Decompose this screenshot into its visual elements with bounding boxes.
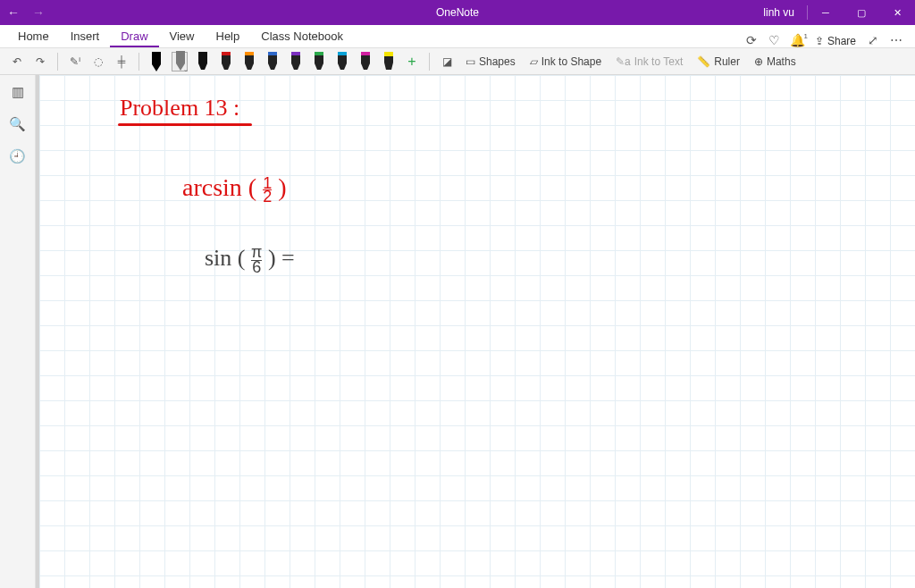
svg-rect-2: [222, 52, 231, 55]
marker-purple[interactable]: [288, 52, 304, 71]
marker-green[interactable]: [311, 52, 327, 71]
recent-icon[interactable]: 🕘: [9, 148, 26, 164]
tab-help[interactable]: Help: [206, 26, 251, 47]
shapes-button[interactable]: ▭ Shapes: [462, 55, 519, 68]
insert-space-icon[interactable]: ╪: [113, 54, 130, 70]
svg-rect-5: [291, 52, 300, 55]
marker-orange[interactable]: [241, 52, 257, 71]
svg-rect-6: [315, 52, 323, 55]
ink-to-text-button: ✎a Ink to Text: [612, 55, 686, 68]
maths-icon: ⊕: [754, 55, 763, 68]
menu-bar: Home Insert Draw View Help Class Noteboo…: [0, 25, 915, 48]
marker-cyan[interactable]: [334, 52, 350, 71]
svg-rect-9: [384, 52, 393, 56]
back-arrow-icon[interactable]: ←: [7, 5, 20, 20]
svg-rect-4: [268, 52, 277, 55]
pen-gray-active[interactable]: ⌄: [172, 52, 188, 71]
tab-view[interactable]: View: [159, 26, 206, 47]
lasso-select-icon[interactable]: ◌: [90, 54, 106, 70]
more-icon[interactable]: ⋯: [885, 33, 908, 47]
tab-insert[interactable]: Insert: [60, 26, 111, 47]
tab-draw[interactable]: Draw: [110, 26, 158, 47]
handwriting-heading: Problem 13 :: [120, 95, 239, 122]
handwriting-line1: arcsin ( 12 ): [182, 173, 287, 203]
svg-rect-7: [338, 52, 347, 55]
ink-to-text-icon: ✎a: [616, 55, 631, 68]
fullscreen-icon[interactable]: ⤢: [861, 33, 885, 47]
search-icon[interactable]: 🔍: [9, 116, 26, 132]
title-bar: ← → OneNote linh vu ─ ▢ ✕: [0, 0, 915, 25]
user-name[interactable]: linh vu: [751, 5, 808, 20]
sync-icon[interactable]: ⟳: [740, 33, 763, 47]
forward-arrow-icon[interactable]: →: [32, 5, 45, 20]
shapes-icon: ▭: [466, 55, 475, 68]
draw-toolbar: ↶ ↷ ✎ᴵ ◌ ╪ ⌄ + ◪ ▭ Shapes ▱ Ink to Shape…: [0, 48, 915, 75]
share-label: Share: [827, 35, 856, 47]
svg-rect-0: [152, 52, 161, 55]
handwriting-line2: sin ( π6 ) =: [205, 245, 295, 274]
eraser-icon[interactable]: ◪: [439, 54, 455, 70]
tab-class-notebook[interactable]: Class Notebook: [250, 26, 354, 47]
marker-pink[interactable]: [357, 52, 374, 71]
share-button[interactable]: ⇪ Share: [810, 35, 861, 47]
lightbulb-icon[interactable]: ♡: [763, 33, 786, 47]
minimize-button[interactable]: ─: [808, 0, 844, 25]
svg-rect-8: [361, 52, 370, 55]
close-button[interactable]: ✕: [879, 0, 915, 25]
redo-icon[interactable]: ↷: [32, 54, 48, 70]
drawing-canvas[interactable]: Problem 13 : arcsin ( 12 ) sin ( π6 ) =: [36, 75, 915, 588]
heading-underline: [118, 123, 252, 126]
dropdown-caret-icon[interactable]: ⌄: [183, 66, 189, 73]
marker-blue[interactable]: [264, 52, 281, 71]
marker-red[interactable]: [218, 52, 234, 71]
ruler-button[interactable]: 📏 Ruler: [693, 55, 743, 68]
svg-rect-3: [245, 52, 254, 55]
tab-home[interactable]: Home: [7, 26, 60, 47]
add-pen-icon[interactable]: +: [404, 54, 420, 70]
pen-black[interactable]: [148, 52, 164, 71]
bell-icon[interactable]: 🔔1: [786, 33, 810, 47]
maximize-button[interactable]: ▢: [844, 0, 879, 25]
ruler-icon: 📏: [697, 55, 710, 68]
text-cursor-icon[interactable]: ✎ᴵ: [67, 54, 83, 70]
marker-black[interactable]: [195, 52, 211, 71]
undo-icon[interactable]: ↶: [9, 54, 25, 70]
left-sidebar: ▥ 🔍 🕘: [0, 75, 36, 588]
highlighter-yellow[interactable]: [381, 52, 397, 71]
maths-button[interactable]: ⊕ Maths: [751, 55, 800, 68]
svg-rect-1: [176, 51, 185, 54]
share-icon: ⇪: [815, 35, 824, 47]
notebooks-icon[interactable]: ▥: [12, 84, 24, 100]
app-title: OneNote: [436, 6, 479, 19]
ink-to-shape-icon: ▱: [530, 55, 538, 68]
ink-to-shape-button[interactable]: ▱ Ink to Shape: [526, 55, 605, 68]
